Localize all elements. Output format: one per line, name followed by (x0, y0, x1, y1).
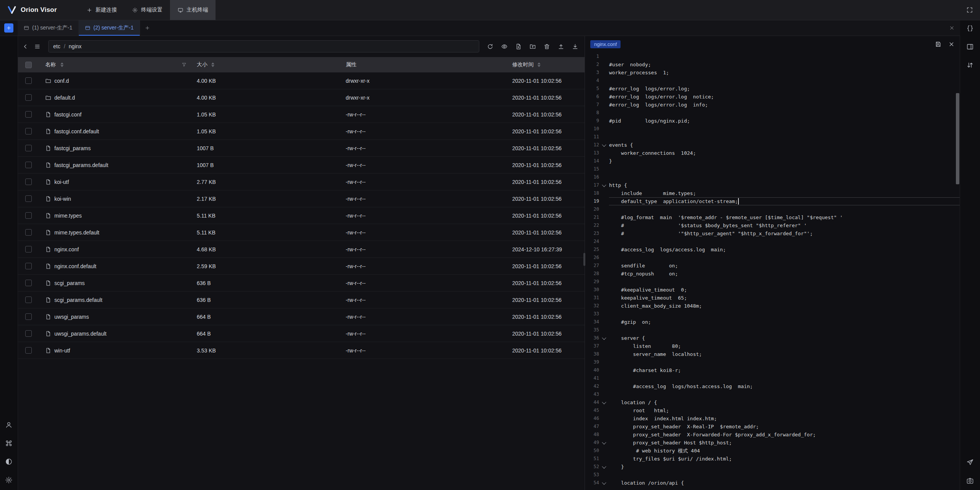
code-line-50[interactable]: 50 # web history 模式 404 (585, 447, 960, 455)
filter-icon[interactable] (181, 62, 187, 67)
row-checkbox[interactable] (25, 145, 32, 151)
code-editor[interactable]: 12#user nobody;3worker_processes 1;45#er… (585, 52, 960, 490)
row-checkbox[interactable] (25, 313, 32, 320)
fold-chevron-icon[interactable] (599, 184, 609, 187)
menu-item-new-connection[interactable]: 新建连接 (79, 0, 124, 20)
code-line-33[interactable]: 33 (585, 310, 960, 318)
file-row-fastcgi.conf[interactable]: fastcgi.conf1.05 KB-rw-r--r--2020-11-01 … (18, 106, 585, 123)
download-icon[interactable] (572, 43, 578, 50)
menu-item-host-terminal[interactable]: 主机终端 (170, 0, 216, 20)
send-icon[interactable] (966, 459, 974, 466)
close-sftp-icon[interactable] (949, 25, 955, 31)
fullscreen-icon[interactable] (966, 7, 973, 13)
fold-chevron-icon[interactable] (599, 441, 609, 444)
row-checkbox[interactable] (25, 128, 32, 134)
row-checkbox[interactable] (25, 229, 32, 236)
code-line-39[interactable]: 39 (585, 358, 960, 366)
code-line-41[interactable]: 41 (585, 374, 960, 382)
file-name[interactable]: nginx.conf (54, 246, 79, 252)
code-line-31[interactable]: 31 keepalive_timeout 65; (585, 294, 960, 302)
file-name[interactable]: default.d (54, 95, 75, 101)
code-line-54[interactable]: 54 location /orion/api { (585, 479, 960, 487)
code-line-21[interactable]: 21 #log_format main '$remote_addr - $rem… (585, 213, 960, 221)
code-line-28[interactable]: 28 #tcp_nopush on; (585, 270, 960, 278)
fold-chevron-icon[interactable] (599, 465, 609, 469)
code-line-5[interactable]: 5#error_log logs/error.log; (585, 85, 960, 93)
code-line-15[interactable]: 15 (585, 165, 960, 173)
file-row-default.d[interactable]: default.d4.00 KBdrwxr-xr-x2020-11-01 10:… (18, 89, 585, 106)
panel-resize-handle[interactable] (583, 253, 585, 266)
code-line-24[interactable]: 24 (585, 238, 960, 246)
code-line-40[interactable]: 40 #charset koi8-r; (585, 366, 960, 374)
code-line-52[interactable]: 52 } (585, 463, 960, 471)
file-row-mime.types[interactable]: mime.types5.11 KB-rw-r--r--2020-11-01 10… (18, 207, 585, 224)
row-checkbox[interactable] (25, 162, 32, 168)
breadcrumb-segment-nginx[interactable]: nginx (69, 43, 82, 49)
file-row-fastcgi.conf.default[interactable]: fastcgi.conf.default1.05 KB-rw-r--r--202… (18, 123, 585, 140)
file-name[interactable]: nginx.conf.default (54, 263, 96, 269)
code-line-4[interactable]: 4 (585, 77, 960, 85)
code-line-43[interactable]: 43 (585, 390, 960, 398)
row-checkbox[interactable] (25, 179, 32, 185)
file-row-uwsgi_params.default[interactable]: uwsgi_params.default664 B-rw-r--r--2020-… (18, 325, 585, 342)
file-name[interactable]: win-utf (54, 347, 70, 354)
file-name[interactable]: conf.d (54, 78, 69, 84)
code-line-17[interactable]: 17http { (585, 181, 960, 189)
code-line-48[interactable]: 48 proxy_set_header X-Forwarded-For $pro… (585, 431, 960, 439)
file-name[interactable]: fastcgi_params (54, 145, 91, 151)
code-line-2[interactable]: 2#user nobody; (585, 61, 960, 69)
row-checkbox[interactable] (25, 246, 32, 252)
refresh-icon[interactable] (487, 43, 493, 50)
row-checkbox[interactable] (25, 330, 32, 337)
panel-icon[interactable] (966, 43, 974, 51)
new-terminal-button[interactable] (4, 23, 13, 33)
file-name[interactable]: fastcgi_params.default (54, 162, 108, 168)
file-row-uwsgi_params[interactable]: uwsgi_params664 B-rw-r--r--2020-11-01 10… (18, 308, 585, 325)
column-header-size[interactable]: 大小 (192, 61, 342, 68)
code-line-46[interactable]: 46 index index.html index.htm; (585, 415, 960, 423)
new-file-icon[interactable] (515, 43, 522, 50)
code-line-30[interactable]: 30 #keepalive_timeout 0; (585, 286, 960, 294)
command-icon[interactable] (5, 439, 13, 447)
code-line-49[interactable]: 49 proxy_set_header Host $http_host; (585, 439, 960, 447)
code-line-1[interactable]: 1 (585, 52, 960, 61)
code-line-6[interactable]: 6#error_log logs/error.log notice; (585, 93, 960, 101)
code-line-7[interactable]: 7#error_log logs/error.log info; (585, 101, 960, 109)
fold-chevron-icon[interactable] (599, 482, 609, 485)
code-line-29[interactable]: 29 (585, 278, 960, 286)
code-line-37[interactable]: 37 listen 80; (585, 342, 960, 350)
code-line-10[interactable]: 10 (585, 125, 960, 133)
breadcrumb-segment-etc[interactable]: etc (53, 43, 60, 49)
menu-item-terminal-setting[interactable]: 终端设置 (124, 0, 170, 20)
code-line-18[interactable]: 18 include mime.types; (585, 189, 960, 197)
fold-chevron-icon[interactable] (599, 401, 609, 404)
code-line-47[interactable]: 47 proxy_set_header X-Real-IP $remote_ad… (585, 423, 960, 431)
file-row-nginx.conf.default[interactable]: nginx.conf.default2.59 KB-rw-r--r--2020-… (18, 258, 585, 275)
code-line-42[interactable]: 42 #access_log logs/host.access.log main… (585, 382, 960, 390)
code-line-14[interactable]: 14} (585, 157, 960, 165)
code-line-3[interactable]: 3worker_processes 1; (585, 69, 960, 77)
code-line-35[interactable]: 35 (585, 326, 960, 334)
file-row-koi-utf[interactable]: koi-utf2.77 KB-rw-r--r--2020-11-01 10:02… (18, 174, 585, 190)
back-icon[interactable] (22, 43, 29, 50)
file-row-fastcgi_params.default[interactable]: fastcgi_params.default1007 B-rw-r--r--20… (18, 157, 585, 174)
file-name[interactable]: koi-utf (54, 179, 69, 185)
file-name[interactable]: mime.types.default (54, 229, 100, 236)
eye-icon[interactable] (501, 43, 508, 50)
row-checkbox[interactable] (25, 111, 32, 118)
file-row-mime.types.default[interactable]: mime.types.default5.11 KB-rw-r--r--2020-… (18, 224, 585, 241)
file-row-koi-win[interactable]: koi-win2.17 KB-rw-r--r--2020-11-01 10:02… (18, 190, 585, 207)
fold-chevron-icon[interactable] (599, 144, 609, 147)
screenshot-icon[interactable] (966, 477, 974, 485)
file-name[interactable]: fastcgi.conf (54, 111, 82, 118)
code-line-51[interactable]: 51 try_files $uri $uri/ /index.html; (585, 455, 960, 463)
path-breadcrumb[interactable]: etc / nginx (48, 40, 479, 52)
code-line-20[interactable]: 20 (585, 205, 960, 213)
file-row-scgi_params[interactable]: scgi_params636 B-rw-r--r--2020-11-01 10:… (18, 275, 585, 292)
file-name[interactable]: fastcgi.conf.default (54, 128, 99, 134)
code-line-36[interactable]: 36 server { (585, 334, 960, 342)
code-line-23[interactable]: 23 # '"$http_user_agent" "$http_x_forwar… (585, 229, 960, 238)
code-line-22[interactable]: 22 # '$status $body_bytes_sent "$http_re… (585, 221, 960, 229)
row-checkbox[interactable] (25, 94, 32, 101)
code-line-9[interactable]: 9#pid logs/nginx.pid; (585, 117, 960, 125)
